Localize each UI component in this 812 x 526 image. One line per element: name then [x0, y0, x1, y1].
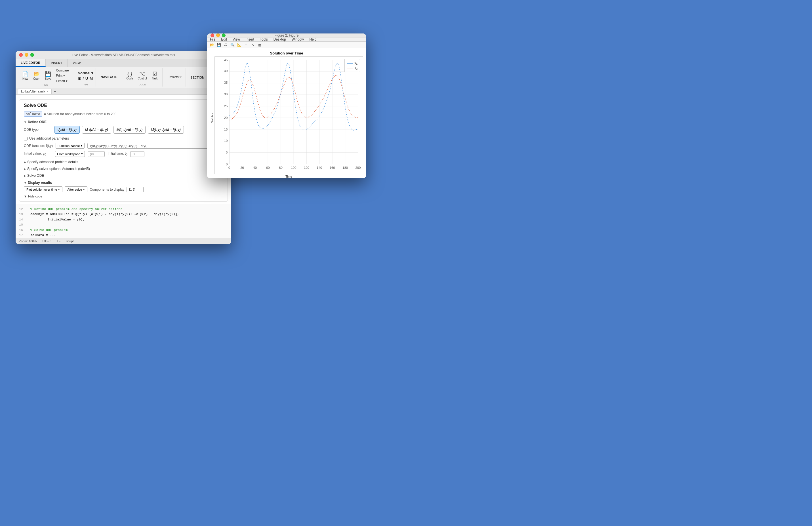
ribbon-sections-group: SECTION — [188, 68, 206, 87]
normal-dropdown[interactable]: Normal ▾ — [78, 71, 93, 75]
line-num-16: 16 — [19, 228, 28, 233]
legend-y1-label: y1 — [354, 61, 358, 65]
new-button[interactable]: 📄 New — [20, 70, 30, 82]
initial-value-row: Initial value: y0 From workspace ▾ Initi… — [24, 151, 223, 157]
ode-eq-btn-1[interactable]: dy/dt = f(t, y) — [55, 126, 80, 134]
svg-text:10: 10 — [224, 139, 228, 143]
new-label: New — [23, 77, 28, 80]
code-line-15: 15 — [19, 222, 228, 227]
bold-button[interactable]: B — [78, 76, 81, 81]
menu-file[interactable]: File — [207, 38, 218, 41]
plot-dropdown[interactable]: Plot solution over time ▾ — [24, 186, 62, 192]
menu-insert[interactable]: Insert — [243, 38, 257, 41]
components-input[interactable] — [127, 187, 144, 192]
ode-eq-btn-2[interactable]: M dy/dt = f(t, y) — [82, 126, 111, 134]
fig-measure-btn[interactable]: 📐 — [236, 42, 242, 48]
svg-text:120: 120 — [304, 166, 309, 170]
minimize-button[interactable] — [25, 53, 28, 57]
menu-desktop[interactable]: Desktop — [271, 38, 289, 41]
initial-value-select[interactable]: From workspace ▾ — [55, 151, 85, 157]
line-num-15: 15 — [19, 222, 28, 227]
hide-code-row[interactable]: ▼ Hide code — [24, 195, 223, 198]
close-button[interactable] — [19, 53, 23, 57]
legend-y2-label: y2 — [354, 66, 358, 70]
legend-y2: y2 — [347, 66, 358, 70]
after-solve-label: After solve — [67, 188, 82, 191]
code-comment-12: % Define ODE problem and specify solver … — [30, 206, 122, 211]
doc-tabbar: LotkaVolterra.mlx × + — [16, 88, 231, 95]
menu-window[interactable]: Window — [289, 38, 307, 41]
advanced-section[interactable]: ▶ Specify advanced problem details — [24, 159, 223, 165]
code-line-13: 13 odeObj2 = ode(ODEFcn = @(t,y) [a*y(1)… — [19, 211, 228, 217]
underline-button[interactable]: U — [85, 76, 88, 81]
svg-text:100: 100 — [291, 166, 296, 170]
refactor-button[interactable]: Refactor ▾ — [167, 74, 184, 80]
define-ode-arrow: ▼ — [24, 120, 27, 124]
ode-title: Solve ODE — [24, 103, 47, 108]
fig-cursor-btn[interactable]: ↖ — [250, 42, 256, 48]
menu-help[interactable]: Help — [307, 38, 319, 41]
doc-tab-close-button[interactable]: × — [47, 90, 48, 93]
fig-grid-btn[interactable]: ⊞ — [243, 42, 249, 48]
svg-text:25: 25 — [224, 104, 228, 108]
ode-function-select-arrow: ▾ — [81, 144, 83, 147]
maximize-button[interactable] — [30, 53, 34, 57]
figure-window: Figure 2: Figure File Edit View Insert T… — [207, 33, 366, 178]
tab-view[interactable]: VIEW — [68, 59, 86, 67]
doc-tab-add-button[interactable]: + — [53, 89, 57, 93]
compare-button[interactable]: Compare — [54, 68, 70, 73]
ode-var: solData — [24, 112, 42, 117]
ode-eq-btn-4[interactable]: M(t, y) dy/dt = f(t, y) — [148, 126, 184, 134]
figure-maximize-button[interactable] — [222, 33, 226, 37]
task-button[interactable]: ☑ Task — [150, 70, 160, 81]
new-icon: 📄 — [22, 72, 28, 77]
save-button[interactable]: 💾 Save — [43, 70, 53, 82]
display-results-header[interactable]: ▼ Display results — [24, 181, 223, 185]
define-ode-header[interactable]: ▼ Define ODE — [24, 120, 223, 124]
code-14: InitialValue = y0); — [30, 217, 85, 222]
ode-function-select[interactable]: Function handle ▾ — [56, 143, 85, 149]
ode-description: = Solution for anonymous function from 0… — [44, 112, 117, 116]
tab-insert[interactable]: INSERT — [46, 59, 68, 67]
print-button[interactable]: Print ▾ — [54, 73, 70, 78]
solver-section[interactable]: ▶ Specify solver options: Automatic (ode… — [24, 166, 223, 172]
ode-eq-btn-3[interactable]: M(t) dy/dt = f(t, y) — [114, 126, 146, 134]
fig-layout-btn[interactable]: ▦ — [257, 42, 263, 48]
solver-label: Specify solver options: Automatic (ode45… — [27, 167, 90, 171]
tab-live-editor[interactable]: LIVE EDITOR — [16, 59, 46, 67]
solve-section[interactable]: ▶ Solve ODE — [24, 173, 223, 178]
editor-tab-bar: LIVE EDITOR INSERT VIEW — [16, 59, 231, 67]
italic-button[interactable]: I — [83, 76, 84, 81]
after-solve-dropdown[interactable]: After solve ▾ — [65, 186, 87, 192]
menu-tools[interactable]: Tools — [257, 38, 271, 41]
menu-view[interactable]: View — [230, 38, 243, 41]
fig-open-btn[interactable]: 📂 — [209, 42, 215, 48]
menu-edit[interactable]: Edit — [218, 38, 230, 41]
ode-function-input[interactable] — [87, 143, 218, 149]
export-button[interactable]: Export ▾ — [54, 78, 70, 84]
ribbon-code-group: { } Code ⌥ Control ☑ Task CODE — [122, 68, 162, 87]
initial-value-input[interactable] — [88, 151, 105, 157]
svg-text:0: 0 — [226, 163, 228, 166]
svg-text:30: 30 — [224, 92, 228, 96]
fig-save-btn[interactable]: 💾 — [216, 42, 222, 48]
additional-params-checkbox[interactable] — [24, 137, 28, 141]
navigate-button[interactable]: NAVIGATE — [100, 75, 117, 79]
ode-function-label: ODE function: f(t,y) — [24, 144, 53, 148]
open-button[interactable]: 📂 Open — [31, 70, 42, 82]
control-button[interactable]: ⌥ Control — [136, 70, 148, 81]
ribbon-file-group: 📄 New 📂 Open 💾 Save Compare Print ▾ — [18, 68, 73, 87]
doc-tab-lotkavolterra[interactable]: LotkaVolterra.mlx × — [18, 89, 52, 93]
ribbon-refactor-group: Refactor ▾ — [165, 68, 186, 87]
initial-time-input[interactable] — [130, 151, 144, 157]
status-bar: Zoom: 100% UTF-8 LF script — [16, 238, 231, 244]
code-buttons: { } Code ⌥ Control ☑ Task — [125, 68, 160, 83]
section-label: SECTION — [190, 76, 204, 79]
fig-print-btn[interactable]: 🖨 — [222, 42, 229, 48]
figure-minimize-button[interactable] — [216, 33, 220, 37]
figure-close-button[interactable] — [211, 33, 214, 37]
mono-button[interactable]: M — [90, 76, 93, 81]
svg-text:20: 20 — [240, 166, 244, 170]
code-button[interactable]: { } Code — [125, 70, 135, 81]
fig-zoom-btn[interactable]: 🔍 — [229, 42, 235, 48]
